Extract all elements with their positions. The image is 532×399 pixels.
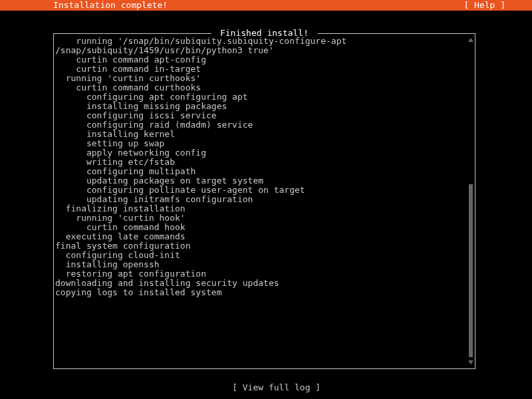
button-bar: [ View full log ] [ Reboot ] <box>0 374 532 399</box>
log-line: restoring apt configuration <box>55 269 464 279</box>
log-line: apply networking config <box>55 148 464 158</box>
log-line: configuring iscsi service <box>55 111 464 120</box>
scroll-thumb[interactable] <box>469 184 473 357</box>
log-line: copying logs to installed system <box>55 288 464 297</box>
log-line: configuring apt configuring apt <box>55 92 464 102</box>
log-line: curtin command hook <box>55 223 464 232</box>
page-title: Installation complete! <box>53 1 168 10</box>
log-line: configuring pollinate user-agent on targ… <box>55 186 464 195</box>
log-line: writing etc/fstab <box>55 158 464 167</box>
log-line: downloading and installing security upda… <box>55 279 464 288</box>
log-line: installing openssh <box>55 260 464 269</box>
log-line: curtin command in-target <box>55 65 464 74</box>
log-line: running '/snap/bin/subiquity.subiquity-c… <box>55 37 464 46</box>
log-line: configuring cloud-init <box>55 251 464 260</box>
log-line: updating packages on target system <box>55 176 464 186</box>
log-line: configuring multipath <box>55 167 464 176</box>
log-panel: Finished install! running '/snap/bin/sub… <box>53 33 475 369</box>
title-bar: Installation complete! [ Help ] <box>0 0 532 11</box>
scroll-down-icon[interactable] <box>468 360 473 364</box>
log-line: setting up swap <box>55 139 464 148</box>
scrollbar[interactable] <box>469 38 472 364</box>
log-output: running '/snap/bin/subiquity.subiquity-c… <box>55 37 464 367</box>
log-line: /snap/subiquity/1459/usr/bin/python3 tru… <box>55 46 464 55</box>
log-line: installing kernel <box>55 130 464 139</box>
log-line: running 'curtin curthooks' <box>55 74 464 83</box>
log-line: finalizing installation <box>55 204 464 213</box>
view-full-log-button[interactable]: [ View full log ] <box>232 382 321 392</box>
scroll-up-icon[interactable] <box>468 38 473 42</box>
log-line: final system configuration <box>55 241 464 251</box>
log-line: configuring raid (mdadm) service <box>55 120 464 130</box>
log-line: installing missing packages <box>55 102 464 111</box>
log-line: curtin command curthooks <box>55 83 464 92</box>
log-line: executing late commands <box>55 232 464 241</box>
help-button[interactable]: [ Help ] <box>464 1 505 10</box>
log-line: running 'curtin hook' <box>55 213 464 223</box>
log-line: updating initramfs configuration <box>55 195 464 204</box>
log-line: curtin command apt-config <box>55 55 464 65</box>
